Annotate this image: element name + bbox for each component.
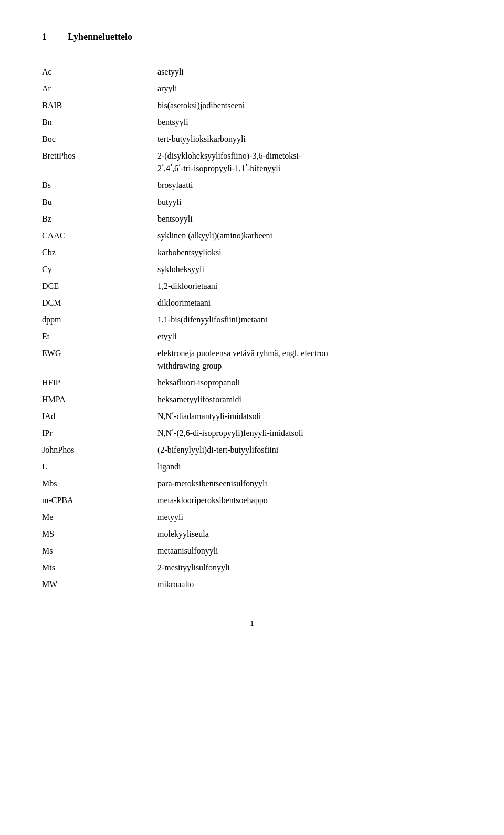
definition-cell: 1,1-bis(difenyylifosfiini)metaani <box>158 311 462 328</box>
abbreviation-cell: MS <box>42 526 158 542</box>
abbreviation-cell: DCM <box>42 295 158 311</box>
definition-cell: elektroneja puoleensa vetävä ryhmä, engl… <box>158 345 462 374</box>
definition-cell: dikloorimetaani <box>158 295 462 311</box>
abbreviation-cell: Ms <box>42 542 158 559</box>
table-row: JohnPhos(2-bifenylyyli)di-tert-butyylifo… <box>42 442 462 458</box>
definition-cell: asetyyli <box>158 64 462 80</box>
abbreviation-cell: Mts <box>42 559 158 576</box>
table-row: Bnbentsyyli <box>42 114 462 131</box>
table-row: BrettPhos2-(disykloheksyylifosfiino)-3,6… <box>42 148 462 177</box>
abbreviation-cell: EWG <box>42 345 158 374</box>
abbreviation-table: AcasetyyliAraryyliBAIBbis(asetoksi)jodib… <box>42 64 462 593</box>
table-row: DCE1,2-dikloorietaani <box>42 278 462 295</box>
table-row: Cbzkarbobentsyylioksi <box>42 244 462 261</box>
definition-cell: N,Nʹ-diadamantyyli-imidatsoli <box>158 408 462 425</box>
definition-cell: 2-(disykloheksyylifosfiino)-3,6-dimetoks… <box>158 148 462 177</box>
table-row: Etetyyli <box>42 328 462 345</box>
abbreviation-cell: m-CPBA <box>42 492 158 509</box>
abbreviation-cell: JohnPhos <box>42 442 158 458</box>
table-row: DCMdikloorimetaani <box>42 295 462 311</box>
abbreviation-cell: IAd <box>42 408 158 425</box>
abbreviation-cell: Bs <box>42 177 158 194</box>
definition-cell: bentsyyli <box>158 114 462 131</box>
page-footer: 1 <box>42 619 462 628</box>
abbreviation-cell: Mbs <box>42 475 158 492</box>
abbreviation-cell: Et <box>42 328 158 345</box>
definition-cell: heksametyylifosforamidi <box>158 391 462 408</box>
abbreviation-cell: Bn <box>42 114 158 131</box>
chapter-number: 1 <box>42 32 47 43</box>
table-row: HMPAheksametyylifosforamidi <box>42 391 462 408</box>
abbreviation-cell: Bu <box>42 194 158 211</box>
definition-cell: molekyyliseula <box>158 526 462 542</box>
definition-cell: etyyli <box>158 328 462 345</box>
definition-cell: metyyli <box>158 509 462 526</box>
definition-cell: para-metoksibentseenisulfonyyli <box>158 475 462 492</box>
table-row: Bubutyyli <box>42 194 462 211</box>
abbreviation-cell: HFIP <box>42 374 158 391</box>
table-row: Memetyyli <box>42 509 462 526</box>
table-row: MWmikroaalto <box>42 576 462 593</box>
abbreviation-cell: Cy <box>42 261 158 278</box>
table-row: dppm1,1-bis(difenyylifosfiini)metaani <box>42 311 462 328</box>
definition-cell: 2-mesityylisulfonyyli <box>158 559 462 576</box>
definition-cell: (2-bifenylyyli)di-tert-butyylifosfiini <box>158 442 462 458</box>
definition-cell: brosylaatti <box>158 177 462 194</box>
definition-cell: mikroaalto <box>158 576 462 593</box>
definition-cell: tert-butyylioksikarbonyyli <box>158 131 462 148</box>
abbreviation-cell: dppm <box>42 311 158 328</box>
definition-cell: meta-klooriperoksibentsoehappo <box>158 492 462 509</box>
table-row: Lligandi <box>42 458 462 475</box>
definition-cell: aryyli <box>158 80 462 97</box>
abbreviation-cell: DCE <box>42 278 158 295</box>
table-row: EWGelektroneja puoleensa vetävä ryhmä, e… <box>42 345 462 374</box>
abbreviation-cell: CAAC <box>42 227 158 244</box>
definition-cell: metaanisulfonyyli <box>158 542 462 559</box>
table-row: MSmolekyyliseula <box>42 526 462 542</box>
table-row: Mts2-mesityylisulfonyyli <box>42 559 462 576</box>
definition-cell: 1,2-dikloorietaani <box>158 278 462 295</box>
table-row: Msmetaanisulfonyyli <box>42 542 462 559</box>
abbreviation-cell: Ar <box>42 80 158 97</box>
table-row: Cysykloheksyyli <box>42 261 462 278</box>
table-row: m-CPBAmeta-klooriperoksibentsoehappo <box>42 492 462 509</box>
definition-cell: karbobentsyylioksi <box>158 244 462 261</box>
abbreviation-cell: IPr <box>42 425 158 442</box>
table-row: Bzbentsoyyli <box>42 211 462 227</box>
table-row: Acasetyyli <box>42 64 462 80</box>
definition-cell: heksafluori-isopropanoli <box>158 374 462 391</box>
definition-cell: bentsoyyli <box>158 211 462 227</box>
table-row: BAIBbis(asetoksi)jodibentseeni <box>42 97 462 114</box>
abbreviation-cell: Bz <box>42 211 158 227</box>
table-row: IPrN,Nʹ-(2,6-di-isopropyyli)fenyyli-imid… <box>42 425 462 442</box>
abbreviation-cell: BAIB <box>42 97 158 114</box>
abbreviation-cell: MW <box>42 576 158 593</box>
abbreviation-cell: BrettPhos <box>42 148 158 177</box>
definition-cell: sykloheksyyli <box>158 261 462 278</box>
table-row: Boctert-butyylioksikarbonyyli <box>42 131 462 148</box>
page-number: 1 <box>250 619 254 628</box>
definition-cell: bis(asetoksi)jodibentseeni <box>158 97 462 114</box>
definition-cell: butyyli <box>158 194 462 211</box>
table-row: Bsbrosylaatti <box>42 177 462 194</box>
abbreviation-cell: Boc <box>42 131 158 148</box>
table-row: Mbspara-metoksibentseenisulfonyyli <box>42 475 462 492</box>
definition-cell: ligandi <box>158 458 462 475</box>
chapter-title: Lyhenneluettelo <box>68 32 132 43</box>
abbreviation-cell: HMPA <box>42 391 158 408</box>
table-row: HFIPheksafluori-isopropanoli <box>42 374 462 391</box>
abbreviation-cell: Ac <box>42 64 158 80</box>
definition-cell: syklinen (alkyyli)(amino)karbeeni <box>158 227 462 244</box>
abbreviation-cell: Me <box>42 509 158 526</box>
table-row: Araryyli <box>42 80 462 97</box>
definition-cell: N,Nʹ-(2,6-di-isopropyyli)fenyyli-imidats… <box>158 425 462 442</box>
page-header: 1 Lyhenneluettelo <box>42 32 462 43</box>
table-row: IAdN,Nʹ-diadamantyyli-imidatsoli <box>42 408 462 425</box>
abbreviation-cell: L <box>42 458 158 475</box>
abbreviation-cell: Cbz <box>42 244 158 261</box>
table-row: CAACsyklinen (alkyyli)(amino)karbeeni <box>42 227 462 244</box>
